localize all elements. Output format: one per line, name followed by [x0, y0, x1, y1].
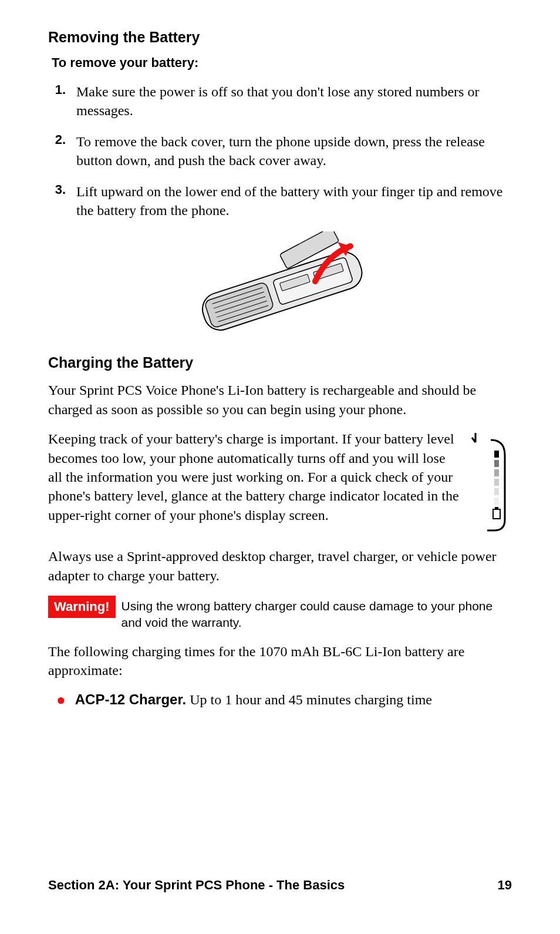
svg-rect-18	[493, 509, 500, 519]
svg-rect-14	[494, 469, 499, 476]
bullet-text: Up to 1 hour and 45 minutes charging tim…	[186, 692, 432, 707]
battery-indicator-icon	[471, 432, 512, 536]
step-text: Lift upward on the lower end of the batt…	[76, 182, 512, 220]
page-footer: Section 2A: Your Sprint PCS Phone - The …	[48, 878, 512, 893]
warning-text: Using the wrong battery charger could ca…	[122, 596, 512, 631]
paragraph: Keeping track of your battery's charge i…	[48, 429, 460, 525]
heading-charging-battery: Charging the Battery	[48, 354, 512, 371]
heading-removing-battery: Removing the Battery	[48, 28, 512, 46]
svg-rect-12	[494, 451, 499, 458]
svg-rect-13	[494, 460, 499, 467]
paragraph: The following charging times for the 107…	[48, 642, 512, 680]
svg-rect-19	[495, 507, 498, 509]
bullet-dot-icon: ●	[56, 693, 66, 708]
paragraph: Your Sprint PCS Voice Phone's Li-Ion bat…	[48, 381, 512, 419]
step-number: 3.	[48, 182, 76, 197]
illustration-remove-battery	[48, 231, 512, 340]
warning-label: Warning!	[48, 596, 116, 618]
step-number: 1.	[48, 82, 76, 98]
bullet-item: ● ACP-12 Charger. Up to 1 hour and 45 mi…	[48, 690, 512, 709]
step-item: 1. Make sure the power is off so that yo…	[48, 82, 512, 120]
phone-battery-illustration-icon	[174, 231, 386, 337]
intro-remove-battery: To remove your battery:	[52, 55, 512, 70]
step-item: 3. Lift upward on the lower end of the b…	[48, 182, 512, 220]
svg-rect-15	[494, 479, 499, 486]
paragraph: Always use a Sprint-approved desktop cha…	[48, 547, 512, 585]
step-item: 2. To remove the back cover, turn the ph…	[48, 132, 512, 170]
footer-page-number: 19	[498, 878, 512, 893]
svg-rect-17	[494, 498, 499, 505]
warning-box: Warning! Using the wrong battery charger…	[48, 596, 512, 631]
bullet-content: ACP-12 Charger. Up to 1 hour and 45 minu…	[75, 690, 432, 709]
step-text: To remove the back cover, turn the phone…	[76, 132, 512, 170]
page: Removing the Battery To remove your batt…	[0, 0, 560, 934]
step-text: Make sure the power is off so that you d…	[76, 82, 512, 120]
footer-section: Section 2A: Your Sprint PCS Phone - The …	[48, 878, 345, 893]
svg-rect-16	[494, 488, 499, 495]
row-para-indicator: Keeping track of your battery's charge i…	[48, 429, 512, 536]
bullet-label: ACP-12 Charger.	[75, 691, 186, 707]
step-number: 2.	[48, 132, 76, 147]
steps-list: 1. Make sure the power is off so that yo…	[48, 82, 512, 220]
bullet-list: ● ACP-12 Charger. Up to 1 hour and 45 mi…	[48, 690, 512, 709]
